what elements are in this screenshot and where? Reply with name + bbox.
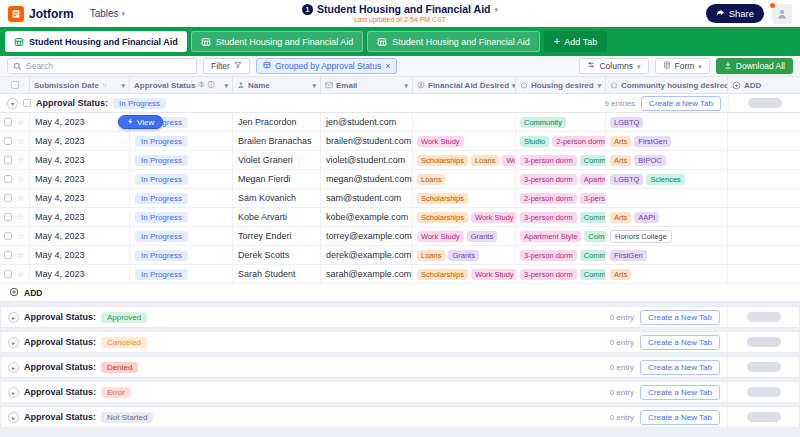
cell-email[interactable]: kobe@example.com — [321, 208, 413, 226]
cell-add-column[interactable] — [728, 170, 800, 188]
search-input[interactable] — [26, 61, 191, 71]
cell-community-housing[interactable]: ArtsFirstGen — [606, 132, 728, 150]
toggle-pill[interactable] — [747, 362, 781, 372]
table-row[interactable]: ☆May 4, 2023In ProgressTorrey Enderitorr… — [0, 227, 800, 246]
column-header-submission-date[interactable]: Submission Date ↑↓ ▾ — [30, 77, 130, 93]
table-row[interactable]: ☆May 4, 2023In ProgressSam Kovanichsam@s… — [0, 189, 800, 208]
cell-name[interactable]: Torrey Enderi — [233, 227, 321, 245]
cell-name[interactable]: Megan Fierdi — [233, 170, 321, 188]
cell-financial-aid[interactable]: Scholarships — [413, 189, 516, 207]
expand-group-icon[interactable]: ▸ — [8, 412, 19, 423]
expand-group-icon[interactable]: ▸ — [8, 362, 19, 373]
cell-community-housing[interactable]: LGBTQSciences — [606, 170, 728, 188]
cell-community-housing[interactable]: ArtsBIPOC — [606, 151, 728, 169]
cell-housing-desired[interactable]: 2-person dorm3-person dorm — [516, 189, 606, 207]
jotform-logo[interactable]: Jotform — [8, 6, 74, 22]
columns-button[interactable]: Columns ▾ — [579, 58, 648, 74]
document-title-line[interactable]: 1 Student Housing and Financial Aid ▾ — [302, 3, 498, 15]
cell-community-housing[interactable]: ArtsAAPI — [606, 208, 728, 226]
cell-email[interactable]: torrey@example.com — [321, 227, 413, 245]
toggle-pill[interactable] — [748, 98, 782, 108]
row-checkbox[interactable] — [4, 194, 12, 202]
cell-name[interactable]: Sam Kovanich — [233, 189, 321, 207]
cell-financial-aid[interactable]: Work Study — [413, 132, 516, 150]
star-icon[interactable]: ☆ — [16, 137, 24, 146]
star-icon[interactable]: ☆ — [16, 232, 24, 241]
row-checkbox[interactable] — [4, 118, 12, 126]
cell-approval-status[interactable]: In Progress — [130, 189, 233, 207]
star-icon[interactable]: ☆ — [16, 251, 24, 260]
row-checkbox[interactable] — [4, 175, 12, 183]
cell-approval-status[interactable]: In Progress — [130, 246, 233, 264]
cell-financial-aid[interactable]: LoansGrants — [413, 246, 516, 264]
cell-email[interactable]: megan@student.com — [321, 170, 413, 188]
table-row[interactable]: ☆May 4, 2023In ProgressDerek Scottsderek… — [0, 246, 800, 265]
avatar[interactable] — [772, 4, 792, 24]
cell-housing-desired[interactable]: Apartment StyleCommunity — [516, 227, 606, 245]
cell-name[interactable]: Violet Graneri — [233, 151, 321, 169]
create-new-tab-button[interactable]: Create a New Tab — [640, 360, 720, 375]
star-icon[interactable]: ☆ — [16, 156, 24, 165]
cell-community-housing[interactable]: FirstGen — [606, 246, 728, 264]
select-all-checkbox[interactable] — [11, 81, 19, 89]
cell-submission-date[interactable]: May 4, 2023 — [30, 208, 130, 226]
cell-housing-desired[interactable]: 3-person dormCommunity — [516, 208, 606, 226]
download-all-button[interactable]: Download All — [716, 58, 793, 74]
group-row-error[interactable]: ▸Approval Status:Error0 entryCreate a Ne… — [0, 381, 800, 403]
filter-button[interactable]: Filter — [203, 58, 250, 74]
group-row-denied[interactable]: ▸Approval Status:Denied0 entryCreate a N… — [0, 356, 800, 378]
group-row-approved[interactable]: ▸Approval Status:Approved0 entryCreate a… — [0, 306, 800, 328]
cell-submission-date[interactable]: May 4, 2023 — [30, 227, 130, 245]
cell-email[interactable]: sam@student.com — [321, 189, 413, 207]
cell-add-column[interactable] — [728, 265, 800, 283]
create-new-tab-button[interactable]: Create a New Tab — [641, 96, 721, 111]
cell-housing-desired[interactable]: Community — [516, 113, 606, 131]
toggle-pill[interactable] — [747, 387, 781, 397]
cell-housing-desired[interactable]: 3-person dormCommunity — [516, 265, 606, 283]
star-icon[interactable]: ☆ — [16, 118, 24, 127]
row-checkbox[interactable] — [4, 156, 12, 164]
tables-dropdown[interactable]: Tables ▾ — [90, 8, 125, 19]
cell-approval-status[interactable]: In Progress — [130, 208, 233, 226]
cell-email[interactable]: violet@student.com — [321, 151, 413, 169]
cell-approval-status[interactable]: In Progress — [130, 151, 233, 169]
cell-add-column[interactable] — [728, 132, 800, 150]
column-header-approval-status[interactable]: Approval Status ① ⓘ ▾ — [130, 77, 233, 93]
cell-community-housing[interactable] — [606, 189, 728, 207]
row-checkbox[interactable] — [4, 251, 12, 259]
cell-name[interactable]: Brailen Branachas — [233, 132, 321, 150]
table-row[interactable]: ☆May 4, 2023In ProgressViolet Granerivio… — [0, 151, 800, 170]
expand-group-icon[interactable]: ▸ — [8, 387, 19, 398]
cell-submission-date[interactable]: May 4, 2023 — [30, 170, 130, 188]
cell-name[interactable]: Kobe Arvarti — [233, 208, 321, 226]
select-all-header[interactable] — [0, 77, 30, 93]
cell-community-housing[interactable]: LGBTQ — [606, 113, 728, 131]
add-column-header[interactable]: ADD — [728, 77, 800, 93]
column-header-name[interactable]: Name ▾ — [233, 77, 321, 93]
cell-add-column[interactable] — [728, 151, 800, 169]
cell-community-housing[interactable]: Arts — [606, 265, 728, 283]
toggle-pill[interactable] — [747, 337, 781, 347]
star-icon[interactable]: ☆ — [16, 213, 24, 222]
chevron-down-icon[interactable]: ▾ — [597, 82, 601, 89]
cell-housing-desired[interactable]: Studio2-person dorm — [516, 132, 606, 150]
toggle-pill[interactable] — [747, 312, 781, 322]
table-row[interactable]: ☆May 4, 2023In ProgressKobe Arvartikobe@… — [0, 208, 800, 227]
sheet-tab-3[interactable]: Student Housing and Financial Aid — [367, 31, 540, 52]
table-row[interactable]: ☆May 4, 2023In ProgressBrailen Branachas… — [0, 132, 800, 151]
chevron-down-icon[interactable]: ▾ — [312, 82, 316, 89]
search-box[interactable] — [7, 58, 197, 74]
cell-financial-aid[interactable]: Loans — [413, 170, 516, 188]
cell-add-column[interactable] — [728, 227, 800, 245]
grouped-by-chip[interactable]: Grouped by Approval Status × — [256, 58, 398, 74]
group-row-in-progress[interactable]: ▾ Approval Status: In Progress 9 entries… — [0, 94, 800, 113]
cell-financial-aid[interactable]: ScholarshipsWork Study — [413, 265, 516, 283]
cell-add-column[interactable] — [728, 246, 800, 264]
cell-name[interactable]: Jen Pracordon — [233, 113, 321, 131]
cell-name[interactable]: Derek Scotts — [233, 246, 321, 264]
table-row[interactable]: ☆May 4, 2023In ProgressSarah Studentsara… — [0, 265, 800, 284]
star-icon[interactable]: ☆ — [16, 270, 24, 279]
chevron-down-icon[interactable]: ▾ — [224, 82, 228, 89]
cell-approval-status[interactable]: In Progress — [130, 170, 233, 188]
row-checkbox[interactable] — [4, 137, 12, 145]
